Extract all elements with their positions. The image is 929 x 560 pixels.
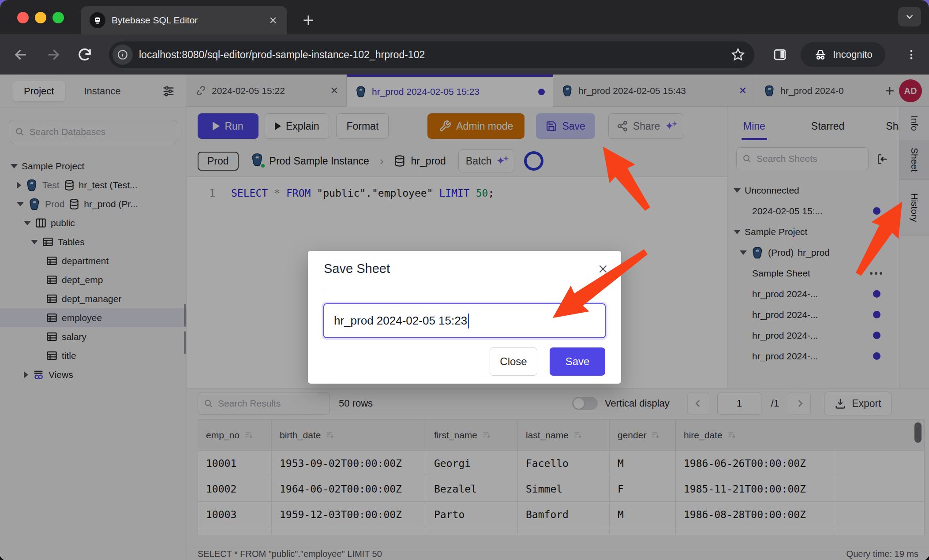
forward-icon[interactable] [45, 47, 61, 63]
incognito-badge: Incognito [801, 42, 885, 67]
new-tab-button[interactable] [301, 13, 315, 27]
browser-tab[interactable]: Bytebase SQL Editor [81, 6, 287, 34]
chrome-menu-icon[interactable] [905, 49, 918, 61]
close-dialog-icon[interactable] [597, 263, 609, 275]
browser-tab-strip: Bytebase SQL Editor [0, 0, 929, 34]
side-panel-icon[interactable] [773, 48, 787, 62]
browser-toolbar: localhost:8080/sql-editor/prod-sample-in… [0, 34, 929, 75]
text-cursor [468, 314, 469, 329]
reload-icon[interactable] [77, 47, 93, 63]
maximize-window-button[interactable] [52, 12, 64, 23]
incognito-icon [813, 48, 828, 62]
site-info-icon[interactable] [112, 45, 133, 65]
address-bar[interactable]: localhost:8080/sql-editor/prod-sample-in… [109, 41, 754, 68]
back-icon[interactable] [13, 47, 29, 63]
url-text: localhost:8080/sql-editor/prod-sample-in… [139, 49, 730, 61]
dialog-save-button[interactable]: Save [550, 347, 605, 376]
browser-window: Bytebase SQL Editor localhost:8080/sql-e… [0, 0, 929, 560]
dialog-title: Save Sheet [324, 261, 390, 276]
close-window-button[interactable] [17, 12, 29, 23]
save-sheet-dialog: Save Sheet hr_prod 2024-02-05 15:23 Clos… [308, 251, 621, 384]
incognito-label: Incognito [833, 49, 872, 60]
tab-search-button[interactable] [898, 7, 921, 26]
minimize-window-button[interactable] [35, 12, 46, 23]
sheet-name-value: hr_prod 2024-02-05 15:23 [334, 314, 467, 328]
close-button[interactable]: Close [490, 347, 537, 376]
browser-tab-title: Bytebase SQL Editor [112, 15, 268, 26]
bytebase-favicon-icon [90, 12, 105, 28]
close-tab-icon[interactable] [268, 15, 278, 26]
bookmark-star-icon[interactable] [730, 47, 745, 62]
divider [324, 290, 605, 290]
sheet-name-input[interactable]: hr_prod 2024-02-05 15:23 [323, 303, 606, 338]
